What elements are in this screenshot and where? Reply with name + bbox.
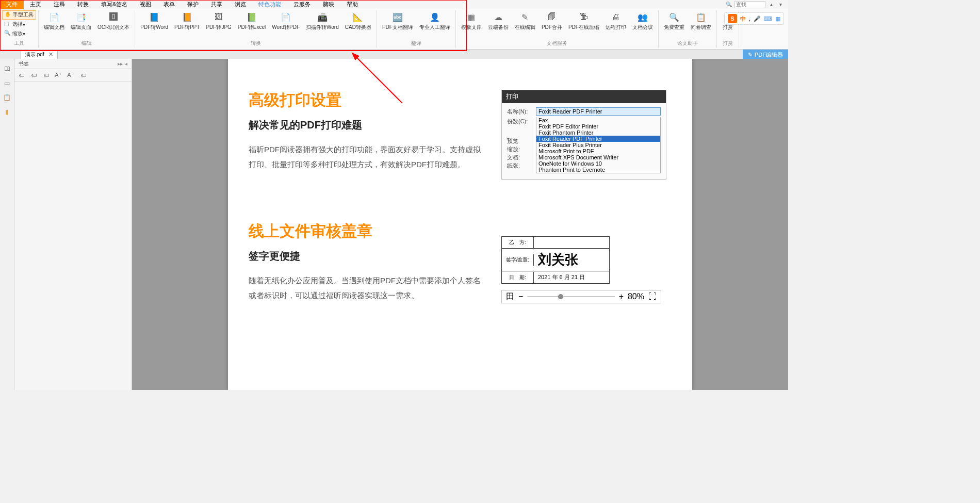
zoom-tool-button[interactable]: 🔍缩放 ▾	[2, 29, 36, 38]
ime-sep: ,	[749, 15, 750, 22]
ribbon-group-translate-label: 翻译	[411, 40, 421, 48]
menu-form[interactable]: 表单	[157, 0, 181, 9]
excel-icon: 📗	[246, 11, 257, 23]
mic-icon[interactable]: 🎤	[754, 15, 761, 22]
zoom-out-icon[interactable]: −	[518, 292, 523, 301]
zoom-icon: 🔍	[4, 30, 11, 37]
flag-rail-icon[interactable]: ▮	[3, 107, 12, 117]
font-smaller-icon[interactable]: A⁻	[67, 72, 74, 79]
menu-fillsign[interactable]: 填写&签名	[95, 0, 134, 9]
menu-mind[interactable]: 脑映	[317, 0, 340, 9]
bookmark-title: 书签	[19, 60, 29, 68]
printer-item: Microsoft XPS Document Writer	[536, 154, 660, 160]
cad-icon: 📐	[352, 11, 364, 23]
font-bigger-icon[interactable]: A⁺	[55, 72, 62, 79]
template-button[interactable]: ▦模板文库	[458, 10, 485, 32]
pdf-to-word-button[interactable]: 📘PDF转Word	[137, 10, 171, 32]
edit-page-icon: 📑	[75, 11, 87, 23]
print-dialog-mock: 打印 名称(N): Foxit Reader PDF Printer 份数(C)…	[501, 90, 666, 180]
pdf-compress-button[interactable]: 🗜PDF在线压缩	[565, 10, 602, 32]
bookmark-tool-3-icon[interactable]: 🏷	[79, 72, 87, 79]
keyboard-icon[interactable]: ⌨	[764, 15, 772, 22]
ime-bar[interactable]: S 中 , 🎤 ⌨ ▦	[724, 12, 784, 25]
bookmark-tool-2-icon[interactable]: 🏷	[42, 72, 50, 79]
menu-convert[interactable]: 转换	[71, 0, 95, 9]
ocr-button[interactable]: 🅾OCR识别文本	[94, 10, 133, 32]
help-dropdown-icon[interactable]: ▾	[777, 1, 784, 8]
doc-meeting-button[interactable]: 👥文档会议	[629, 10, 656, 32]
date-label: 日 期:	[502, 272, 534, 283]
print-preview-label: 预览	[507, 137, 536, 145]
select-tool-button[interactable]: ⬚选择 ▾	[2, 20, 36, 29]
zoom-value: 80%	[628, 292, 644, 301]
printer-item: OneNote for Windows 10	[536, 160, 660, 167]
ribbon: ✋手型工具 ⬚选择 ▾ 🔍缩放 ▾ 工具 📄编辑文档 📑编辑页面 🅾OCR识别文…	[0, 9, 788, 50]
fullscreen-icon[interactable]: ⛶	[648, 292, 657, 301]
hand-icon: ✋	[5, 11, 12, 19]
chevron-up-icon[interactable]: ▴	[767, 1, 775, 8]
scan-icon: 📠	[317, 11, 328, 23]
ribbon-group-edit-label: 编辑	[81, 40, 92, 48]
compress-icon: 🗜	[578, 11, 590, 23]
bookmark-tool-1-icon[interactable]: 🏷	[30, 72, 37, 79]
pdf-to-excel-button[interactable]: 📗PDF转Excel	[235, 10, 269, 32]
collapse-icon[interactable]: ▸▸	[118, 61, 123, 67]
panel-close-icon[interactable]: ◂	[125, 61, 127, 67]
online-edit-button[interactable]: ✎在线编辑	[512, 10, 538, 32]
edit-doc-icon: 📄	[48, 11, 60, 23]
free-check-button[interactable]: 🔍免费查重	[661, 10, 688, 32]
edit-doc-button[interactable]: 📄编辑文档	[41, 10, 68, 32]
template-icon: ▦	[466, 11, 477, 23]
pdf-to-ppt-button[interactable]: 📙PDF转PPT	[171, 10, 203, 32]
menu-help[interactable]: 帮助	[340, 0, 364, 9]
view-mode-icon[interactable]: 田	[506, 291, 514, 302]
close-tab-icon[interactable]: ✕	[48, 51, 53, 58]
grid-icon[interactable]: ▦	[775, 15, 780, 22]
menu-share[interactable]: 共享	[205, 0, 228, 9]
menu-file[interactable]: 文件	[0, 0, 24, 9]
merge-icon: 🗐	[546, 11, 558, 23]
party-label: 乙 方:	[502, 237, 534, 248]
document-tab[interactable]: 演示.pdf ✕	[21, 50, 58, 59]
menu-cloud[interactable]: 云服务	[287, 0, 317, 9]
menu-browse[interactable]: 浏览	[228, 0, 252, 9]
cloud-backup-button[interactable]: ☁云端备份	[485, 10, 512, 32]
left-rail: 🕮 ▭ 📋 ▮	[0, 59, 14, 390]
scan-to-word-button[interactable]: 📠扫描件转Word	[303, 10, 342, 32]
cad-convert-button[interactable]: 📐CAD转换器	[342, 10, 374, 32]
edit-page-button[interactable]: 📑编辑页面	[68, 10, 94, 32]
menu-feature[interactable]: 特色功能	[252, 0, 287, 9]
add-bookmark-icon[interactable]: 🏷	[18, 72, 25, 79]
zoom-in-icon[interactable]: +	[619, 292, 624, 301]
zoom-slider[interactable]	[527, 296, 614, 297]
menu-view[interactable]: 视图	[134, 0, 157, 9]
hand-tool-button[interactable]: ✋手型工具	[2, 10, 36, 20]
word-to-pdf-button[interactable]: 📄Word转PDF	[269, 10, 303, 32]
printer-list: Fax Foxit PDF Editor Printer Foxit Phant…	[536, 117, 661, 173]
remote-print-button[interactable]: 🖨远程打印	[602, 10, 629, 32]
menu-protect[interactable]: 保护	[181, 0, 205, 9]
menu-home[interactable]: 主页	[24, 0, 47, 9]
cloud-icon: ☁	[493, 11, 504, 23]
section-2-title: 线上文件审核盖章	[249, 221, 486, 242]
print-dialog-title: 打印	[502, 90, 666, 103]
ppt-icon: 📙	[182, 11, 193, 23]
select-icon: ⬚	[4, 21, 11, 28]
pdf-translate-button[interactable]: 🔤PDF文档翻译	[379, 10, 416, 32]
check-icon: 🔍	[668, 11, 680, 23]
zoom-handle[interactable]	[558, 294, 563, 299]
pro-translate-button[interactable]: 👤专业人工翻译	[416, 10, 453, 32]
clipboard-rail-icon[interactable]: 📋	[3, 93, 12, 102]
search-input[interactable]	[734, 1, 765, 8]
survey-button[interactable]: 📋问卷调查	[688, 10, 714, 32]
pdf-to-jpg-button[interactable]: 🖼PDF转JPG	[203, 10, 234, 32]
document-viewport[interactable]: 高级打印设置 解决常见的PDF打印难题 福昕PDF阅读器拥有强大的打印功能，界面…	[132, 59, 788, 390]
pdf-page: 高级打印设置 解决常见的PDF打印难题 福昕PDF阅读器拥有强大的打印功能，界面…	[228, 59, 692, 390]
pdf-merge-button[interactable]: 🗐PDF合并	[538, 10, 565, 32]
bookmark-rail-icon[interactable]: 🕮	[3, 64, 12, 73]
page-rail-icon[interactable]: ▭	[3, 78, 12, 88]
ribbon-group-convert-label: 转换	[251, 40, 261, 48]
printer-item: Foxit Phantom Printer	[536, 129, 660, 136]
menu-comment[interactable]: 注释	[47, 0, 71, 9]
ribbon-group-docservice-label: 文档服务	[547, 40, 567, 48]
